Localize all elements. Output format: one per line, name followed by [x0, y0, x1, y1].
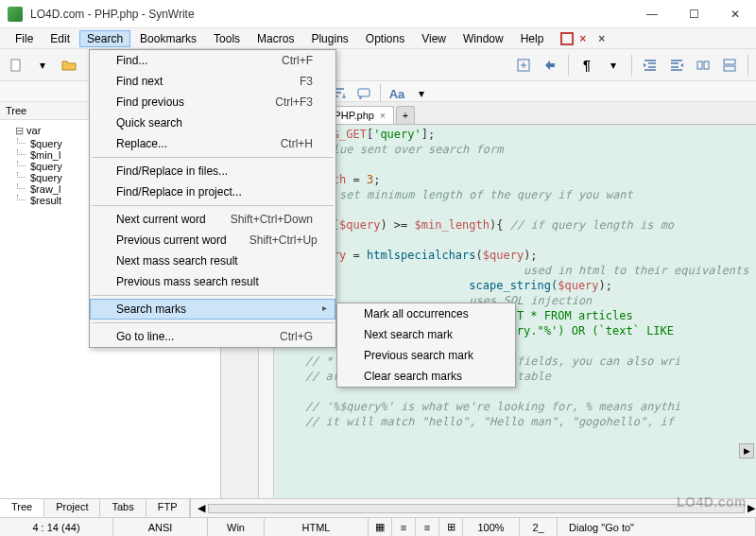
search-menu-dropdown: Find...Ctrl+F Find nextF3 Find previousC… [89, 49, 336, 348]
titlebar: LO4D.com - PHP.php - SynWrite — ☐ ✕ [0, 0, 756, 28]
menu-help[interactable]: Help [513, 30, 552, 47]
menu-next-mass-result[interactable]: Next mass search result [90, 251, 335, 271]
menu-go-to-line[interactable]: Go to line...Ctrl+G [90, 326, 335, 347]
status-sel: 2_ [520, 518, 558, 536]
maximize-button[interactable]: ☐ [680, 8, 707, 21]
menu-find-next[interactable]: Find nextF3 [90, 71, 335, 92]
submenu-prev-mark[interactable]: Previous search mark [337, 345, 515, 366]
menu-next-current-word[interactable]: Next current wordShift+Ctrl+Down [90, 209, 335, 230]
status-icon-4[interactable]: ⊞ [439, 518, 463, 536]
menu-edit[interactable]: Edit [43, 30, 77, 47]
toolbar-btn-5[interactable] [693, 55, 713, 76]
close-grey-icon[interactable]: × [598, 32, 611, 45]
status-message: Dialog "Go to" [558, 518, 756, 536]
menu-search[interactable]: Search [79, 30, 130, 47]
svg-rect-0 [11, 60, 20, 71]
open-file-button[interactable] [59, 55, 79, 76]
submenu-mark-all[interactable]: Mark all occurrences [337, 303, 515, 324]
toolbar-btn-6[interactable] [719, 55, 740, 76]
close-button[interactable]: ✕ [722, 8, 748, 21]
minimize-button[interactable]: — [639, 8, 665, 21]
status-zoom[interactable]: 100% [463, 518, 520, 536]
pilcrow-button[interactable]: ¶ [576, 55, 597, 76]
menu-prev-current-word[interactable]: Previous current wordShift+Ctrl+Up [90, 230, 335, 251]
status-encoding[interactable]: ANSI [113, 518, 208, 536]
font-case-button[interactable]: Aa [387, 83, 407, 104]
menu-search-marks[interactable]: Search marks [90, 299, 335, 320]
svg-rect-4 [724, 60, 735, 64]
window-title: LO4D.com - PHP.php - SynWrite [30, 8, 639, 21]
dropdown-arrow[interactable]: ▾ [32, 55, 53, 76]
menu-tools[interactable]: Tools [206, 30, 248, 47]
menu-find-in-project[interactable]: Find/Replace in project... [90, 182, 335, 202]
status-icon-1[interactable]: ▦ [369, 518, 392, 536]
menu-quick-search[interactable]: Quick search [90, 112, 335, 133]
close-red-icon[interactable]: × [579, 32, 593, 45]
statusbar: 4 : 14 (44) ANSI Win HTML ▦ ≡ ≡ ⊞ 100% 2… [0, 517, 756, 536]
menu-replace[interactable]: Replace...Ctrl+H [90, 133, 335, 154]
menu-options[interactable]: Options [358, 30, 412, 47]
indent-left-button[interactable] [640, 55, 661, 76]
svg-rect-3 [704, 61, 709, 69]
submenu-next-mark[interactable]: Next search mark [337, 324, 515, 345]
bottom-tab-ftp[interactable]: FTP [146, 499, 190, 517]
menu-plugins[interactable]: Plugins [303, 30, 355, 47]
dropdown-arrow-3[interactable]: ▾ [411, 83, 432, 104]
menu-macros[interactable]: Macros [249, 30, 301, 47]
bottom-panel-tabs: Tree Project Tabs FTP ◀ ▶ [0, 498, 756, 517]
menu-prev-mass-result[interactable]: Previous mass search result [90, 271, 335, 292]
submenu-clear-marks[interactable]: Clear search marks [337, 366, 515, 387]
app-icon [8, 7, 23, 22]
scroll-left-icon[interactable]: ◀ [197, 502, 206, 514]
svg-rect-6 [358, 89, 369, 96]
menu-find-previous[interactable]: Find previousCtrl+F3 [90, 92, 335, 112]
status-position: 4 : 14 (44) [0, 518, 113, 536]
svg-rect-2 [697, 61, 702, 69]
new-file-button[interactable] [6, 55, 26, 76]
comment-button[interactable] [353, 83, 374, 104]
svg-rect-5 [724, 66, 735, 71]
frame-icon[interactable] [560, 32, 574, 45]
dropdown-arrow-2[interactable]: ▾ [603, 55, 624, 76]
bottom-tab-tabs[interactable]: Tabs [100, 499, 146, 517]
menu-bookmarks[interactable]: Bookmarks [132, 30, 204, 47]
bottom-tab-tree[interactable]: Tree [0, 499, 44, 517]
close-icon[interactable]: × [380, 111, 386, 121]
bottom-tab-project[interactable]: Project [44, 499, 100, 517]
toolbar-btn-2[interactable] [540, 55, 560, 76]
menu-window[interactable]: Window [455, 30, 511, 47]
menu-find[interactable]: Find...Ctrl+F [90, 50, 335, 71]
scroll-right-button[interactable]: ▶ [739, 443, 754, 458]
toolbar-btn-1[interactable] [513, 55, 534, 76]
menubar: File Edit Search Bookmarks Tools Macros … [0, 28, 756, 49]
status-language[interactable]: HTML [265, 518, 369, 536]
status-icon-3[interactable]: ≡ [416, 518, 439, 536]
menu-view[interactable]: View [414, 30, 454, 47]
status-lineending[interactable]: Win [208, 518, 265, 536]
indent-right-button[interactable] [666, 55, 687, 76]
new-tab-button[interactable]: + [396, 106, 415, 124]
menu-find-in-files[interactable]: Find/Replace in files... [90, 161, 335, 182]
search-marks-submenu: Mark all occurrences Next search mark Pr… [336, 303, 516, 388]
menu-file[interactable]: File [8, 30, 41, 47]
horizontal-scrollbar[interactable] [208, 504, 746, 513]
scroll-right-icon[interactable]: ▶ [747, 502, 756, 514]
status-icon-2[interactable]: ≡ [392, 518, 416, 536]
